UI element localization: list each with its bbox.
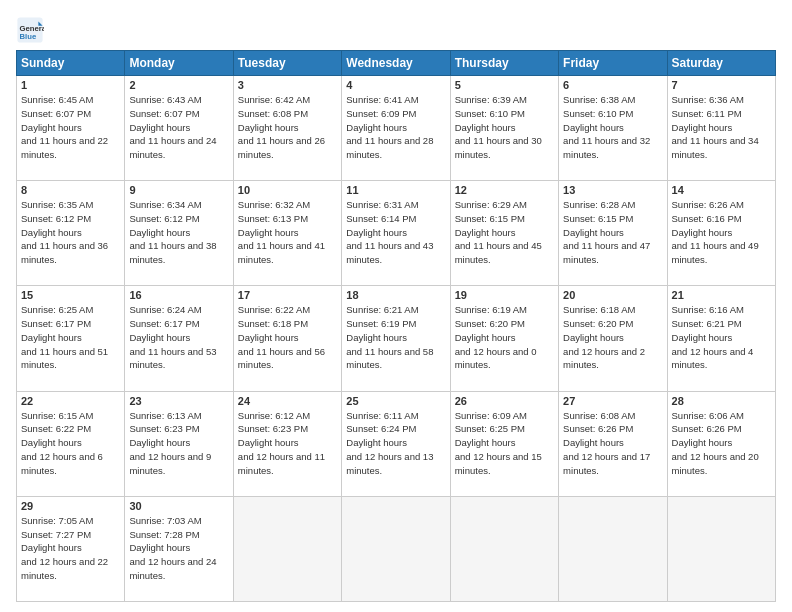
day-number: 14 xyxy=(672,184,771,196)
day-number: 18 xyxy=(346,289,445,301)
calendar-cell xyxy=(233,496,341,601)
day-info: Sunrise: 6:34 AMSunset: 6:12 PMDaylight … xyxy=(129,198,228,267)
calendar-cell: 20 Sunrise: 6:18 AMSunset: 6:20 PMDaylig… xyxy=(559,286,667,391)
calendar-cell: 27 Sunrise: 6:08 AMSunset: 6:26 PMDaylig… xyxy=(559,391,667,496)
calendar-cell: 19 Sunrise: 6:19 AMSunset: 6:20 PMDaylig… xyxy=(450,286,558,391)
day-number: 9 xyxy=(129,184,228,196)
calendar-row: 29 Sunrise: 7:05 AMSunset: 7:27 PMDaylig… xyxy=(17,496,776,601)
calendar-cell: 24 Sunrise: 6:12 AMSunset: 6:23 PMDaylig… xyxy=(233,391,341,496)
weekday-header: Friday xyxy=(559,51,667,76)
calendar-cell: 5 Sunrise: 6:39 AMSunset: 6:10 PMDayligh… xyxy=(450,76,558,181)
day-number: 6 xyxy=(563,79,662,91)
day-number: 3 xyxy=(238,79,337,91)
day-info: Sunrise: 6:11 AMSunset: 6:24 PMDaylight … xyxy=(346,409,445,478)
day-info: Sunrise: 6:25 AMSunset: 6:17 PMDaylight … xyxy=(21,303,120,372)
svg-text:Blue: Blue xyxy=(20,32,37,41)
calendar-cell: 22 Sunrise: 6:15 AMSunset: 6:22 PMDaylig… xyxy=(17,391,125,496)
calendar-cell: 28 Sunrise: 6:06 AMSunset: 6:26 PMDaylig… xyxy=(667,391,775,496)
day-info: Sunrise: 6:35 AMSunset: 6:12 PMDaylight … xyxy=(21,198,120,267)
day-number: 23 xyxy=(129,395,228,407)
day-info: Sunrise: 6:09 AMSunset: 6:25 PMDaylight … xyxy=(455,409,554,478)
page: General Blue SundayMondayTuesdayWednesda… xyxy=(0,0,792,612)
day-number: 5 xyxy=(455,79,554,91)
day-number: 7 xyxy=(672,79,771,91)
day-number: 30 xyxy=(129,500,228,512)
day-number: 27 xyxy=(563,395,662,407)
header: General Blue xyxy=(16,12,776,44)
weekday-header: Tuesday xyxy=(233,51,341,76)
calendar-cell: 17 Sunrise: 6:22 AMSunset: 6:18 PMDaylig… xyxy=(233,286,341,391)
weekday-header: Sunday xyxy=(17,51,125,76)
calendar-cell: 13 Sunrise: 6:28 AMSunset: 6:15 PMDaylig… xyxy=(559,181,667,286)
weekday-header: Wednesday xyxy=(342,51,450,76)
weekday-header: Thursday xyxy=(450,51,558,76)
logo-icon: General Blue xyxy=(16,16,44,44)
day-info: Sunrise: 6:42 AMSunset: 6:08 PMDaylight … xyxy=(238,93,337,162)
day-number: 8 xyxy=(21,184,120,196)
calendar-cell: 4 Sunrise: 6:41 AMSunset: 6:09 PMDayligh… xyxy=(342,76,450,181)
day-info: Sunrise: 6:43 AMSunset: 6:07 PMDaylight … xyxy=(129,93,228,162)
calendar-cell: 23 Sunrise: 6:13 AMSunset: 6:23 PMDaylig… xyxy=(125,391,233,496)
day-info: Sunrise: 6:13 AMSunset: 6:23 PMDaylight … xyxy=(129,409,228,478)
day-number: 17 xyxy=(238,289,337,301)
day-number: 4 xyxy=(346,79,445,91)
calendar-cell: 11 Sunrise: 6:31 AMSunset: 6:14 PMDaylig… xyxy=(342,181,450,286)
day-number: 20 xyxy=(563,289,662,301)
day-info: Sunrise: 6:28 AMSunset: 6:15 PMDaylight … xyxy=(563,198,662,267)
day-number: 16 xyxy=(129,289,228,301)
calendar-cell: 25 Sunrise: 6:11 AMSunset: 6:24 PMDaylig… xyxy=(342,391,450,496)
day-number: 24 xyxy=(238,395,337,407)
calendar-cell: 16 Sunrise: 6:24 AMSunset: 6:17 PMDaylig… xyxy=(125,286,233,391)
day-number: 26 xyxy=(455,395,554,407)
day-info: Sunrise: 6:21 AMSunset: 6:19 PMDaylight … xyxy=(346,303,445,372)
day-info: Sunrise: 6:31 AMSunset: 6:14 PMDaylight … xyxy=(346,198,445,267)
day-number: 1 xyxy=(21,79,120,91)
calendar-cell xyxy=(667,496,775,601)
day-info: Sunrise: 6:45 AMSunset: 6:07 PMDaylight … xyxy=(21,93,120,162)
day-info: Sunrise: 6:19 AMSunset: 6:20 PMDaylight … xyxy=(455,303,554,372)
day-number: 28 xyxy=(672,395,771,407)
calendar-cell: 29 Sunrise: 7:05 AMSunset: 7:27 PMDaylig… xyxy=(17,496,125,601)
calendar-cell: 6 Sunrise: 6:38 AMSunset: 6:10 PMDayligh… xyxy=(559,76,667,181)
day-number: 11 xyxy=(346,184,445,196)
calendar-row: 15 Sunrise: 6:25 AMSunset: 6:17 PMDaylig… xyxy=(17,286,776,391)
day-info: Sunrise: 6:16 AMSunset: 6:21 PMDaylight … xyxy=(672,303,771,372)
calendar-row: 1 Sunrise: 6:45 AMSunset: 6:07 PMDayligh… xyxy=(17,76,776,181)
day-info: Sunrise: 6:41 AMSunset: 6:09 PMDaylight … xyxy=(346,93,445,162)
day-info: Sunrise: 6:26 AMSunset: 6:16 PMDaylight … xyxy=(672,198,771,267)
calendar-cell: 30 Sunrise: 7:03 AMSunset: 7:28 PMDaylig… xyxy=(125,496,233,601)
calendar-cell: 10 Sunrise: 6:32 AMSunset: 6:13 PMDaylig… xyxy=(233,181,341,286)
calendar-cell: 3 Sunrise: 6:42 AMSunset: 6:08 PMDayligh… xyxy=(233,76,341,181)
calendar-cell: 9 Sunrise: 6:34 AMSunset: 6:12 PMDayligh… xyxy=(125,181,233,286)
day-info: Sunrise: 6:22 AMSunset: 6:18 PMDaylight … xyxy=(238,303,337,372)
day-number: 15 xyxy=(21,289,120,301)
day-info: Sunrise: 6:12 AMSunset: 6:23 PMDaylight … xyxy=(238,409,337,478)
calendar-cell: 2 Sunrise: 6:43 AMSunset: 6:07 PMDayligh… xyxy=(125,76,233,181)
day-number: 13 xyxy=(563,184,662,196)
calendar-cell: 21 Sunrise: 6:16 AMSunset: 6:21 PMDaylig… xyxy=(667,286,775,391)
day-number: 22 xyxy=(21,395,120,407)
day-number: 29 xyxy=(21,500,120,512)
calendar-row: 22 Sunrise: 6:15 AMSunset: 6:22 PMDaylig… xyxy=(17,391,776,496)
weekday-header: Saturday xyxy=(667,51,775,76)
day-number: 12 xyxy=(455,184,554,196)
calendar-cell: 1 Sunrise: 6:45 AMSunset: 6:07 PMDayligh… xyxy=(17,76,125,181)
day-info: Sunrise: 6:24 AMSunset: 6:17 PMDaylight … xyxy=(129,303,228,372)
day-info: Sunrise: 6:38 AMSunset: 6:10 PMDaylight … xyxy=(563,93,662,162)
day-info: Sunrise: 6:36 AMSunset: 6:11 PMDaylight … xyxy=(672,93,771,162)
day-number: 21 xyxy=(672,289,771,301)
calendar-cell: 7 Sunrise: 6:36 AMSunset: 6:11 PMDayligh… xyxy=(667,76,775,181)
calendar-cell: 12 Sunrise: 6:29 AMSunset: 6:15 PMDaylig… xyxy=(450,181,558,286)
day-info: Sunrise: 7:03 AMSunset: 7:28 PMDaylight … xyxy=(129,514,228,583)
day-info: Sunrise: 6:18 AMSunset: 6:20 PMDaylight … xyxy=(563,303,662,372)
calendar-cell: 8 Sunrise: 6:35 AMSunset: 6:12 PMDayligh… xyxy=(17,181,125,286)
calendar-cell xyxy=(559,496,667,601)
calendar-cell: 18 Sunrise: 6:21 AMSunset: 6:19 PMDaylig… xyxy=(342,286,450,391)
calendar-cell: 14 Sunrise: 6:26 AMSunset: 6:16 PMDaylig… xyxy=(667,181,775,286)
calendar-table: SundayMondayTuesdayWednesdayThursdayFrid… xyxy=(16,50,776,602)
day-number: 10 xyxy=(238,184,337,196)
day-info: Sunrise: 6:29 AMSunset: 6:15 PMDaylight … xyxy=(455,198,554,267)
day-number: 25 xyxy=(346,395,445,407)
calendar-cell xyxy=(342,496,450,601)
day-info: Sunrise: 6:08 AMSunset: 6:26 PMDaylight … xyxy=(563,409,662,478)
